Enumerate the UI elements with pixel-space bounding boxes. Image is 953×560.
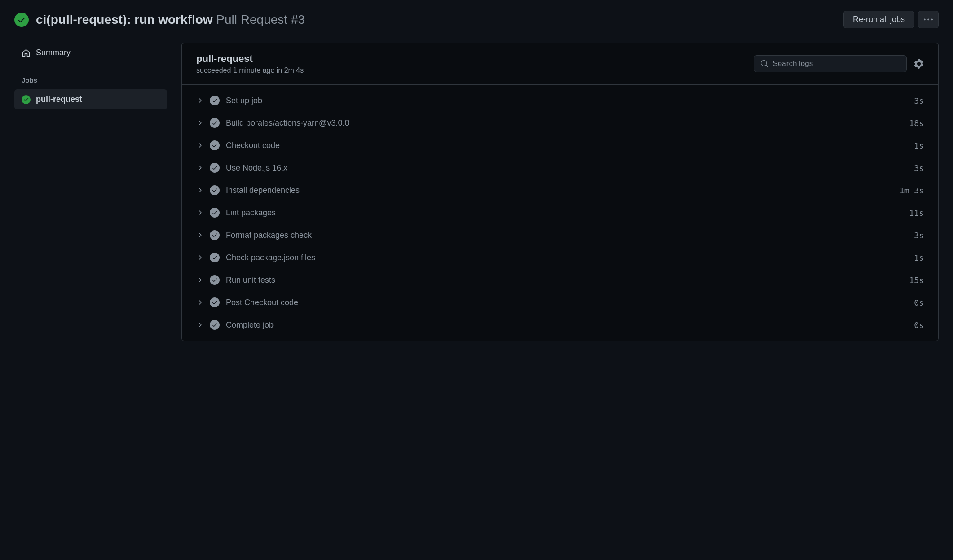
step-row[interactable]: Check package.json files1s bbox=[182, 246, 938, 269]
step-row[interactable]: Format packages check3s bbox=[182, 224, 938, 246]
job-status-line: succeeded 1 minute ago in 2m 4s bbox=[196, 66, 304, 74]
step-name: Lint packages bbox=[226, 208, 903, 218]
gear-icon bbox=[914, 59, 924, 69]
step-duration: 1m 3s bbox=[900, 186, 924, 195]
step-status-icon bbox=[210, 118, 220, 128]
step-name: Install dependencies bbox=[226, 186, 893, 195]
step-row[interactable]: Complete job0s bbox=[182, 314, 938, 336]
log-settings-button[interactable] bbox=[914, 59, 924, 69]
step-status-icon bbox=[210, 320, 220, 330]
step-duration: 3s bbox=[914, 96, 924, 105]
job-name: pull-request bbox=[196, 53, 304, 65]
step-name: Complete job bbox=[226, 320, 908, 330]
search-icon bbox=[761, 60, 768, 68]
home-icon bbox=[22, 48, 31, 57]
rerun-all-jobs-button[interactable]: Re-run all jobs bbox=[843, 11, 914, 28]
job-panel-header: pull-request succeeded 1 minute ago in 2… bbox=[182, 43, 938, 85]
chevron-right-icon bbox=[196, 209, 203, 216]
step-duration: 0s bbox=[914, 320, 924, 330]
chevron-right-icon bbox=[196, 254, 203, 261]
page-title: ci(pull-request): run workflow Pull Requ… bbox=[36, 13, 305, 27]
step-name: Post Checkout code bbox=[226, 298, 908, 307]
job-panel: pull-request succeeded 1 minute ago in 2… bbox=[181, 43, 939, 341]
step-status-icon bbox=[210, 298, 220, 307]
kebab-icon bbox=[924, 15, 933, 24]
step-status-icon bbox=[210, 275, 220, 285]
chevron-right-icon bbox=[196, 97, 203, 104]
more-options-button[interactable] bbox=[918, 11, 939, 28]
chevron-right-icon bbox=[196, 232, 203, 239]
step-row[interactable]: Set up job3s bbox=[182, 89, 938, 112]
search-logs-box[interactable] bbox=[754, 55, 907, 72]
step-status-icon bbox=[210, 208, 220, 218]
step-duration: 1s bbox=[914, 253, 924, 262]
step-name: Set up job bbox=[226, 96, 908, 105]
step-row[interactable]: Run unit tests15s bbox=[182, 269, 938, 291]
step-status-icon bbox=[210, 163, 220, 173]
step-status-icon bbox=[210, 140, 220, 150]
chevron-right-icon bbox=[196, 119, 203, 127]
chevron-right-icon bbox=[196, 164, 203, 171]
step-name: Check package.json files bbox=[226, 253, 908, 262]
page-header: ci(pull-request): run workflow Pull Requ… bbox=[14, 11, 939, 28]
step-duration: 15s bbox=[909, 276, 924, 285]
step-duration: 0s bbox=[914, 298, 924, 307]
workflow-title: ci(pull-request): run workflow bbox=[36, 13, 213, 26]
step-row[interactable]: Use Node.js 16.x3s bbox=[182, 157, 938, 179]
step-status-icon bbox=[210, 230, 220, 240]
search-logs-input[interactable] bbox=[772, 59, 900, 68]
chevron-right-icon bbox=[196, 299, 203, 306]
step-name: Format packages check bbox=[226, 231, 908, 240]
step-status-icon bbox=[210, 185, 220, 195]
step-status-icon bbox=[210, 96, 220, 105]
sidebar-item-summary[interactable]: Summary bbox=[14, 43, 167, 63]
sidebar-item-job[interactable]: pull-request bbox=[14, 89, 167, 109]
step-duration: 1s bbox=[914, 141, 924, 150]
step-row[interactable]: Checkout code1s bbox=[182, 134, 938, 157]
step-duration: 11s bbox=[909, 208, 924, 218]
step-duration: 3s bbox=[914, 231, 924, 240]
step-status-icon bbox=[210, 253, 220, 262]
chevron-right-icon bbox=[196, 187, 203, 194]
step-name: Use Node.js 16.x bbox=[226, 163, 908, 173]
workflow-status-icon bbox=[14, 13, 29, 27]
step-name: Checkout code bbox=[226, 141, 908, 150]
workflow-run-name: Pull Request #3 bbox=[216, 13, 305, 26]
sidebar: Summary Jobs pull-request bbox=[14, 43, 167, 341]
chevron-right-icon bbox=[196, 142, 203, 149]
chevron-right-icon bbox=[196, 276, 203, 284]
sidebar-item-label: Summary bbox=[36, 48, 71, 57]
steps-list: Set up job3sBuild borales/actions-yarn@v… bbox=[182, 85, 938, 341]
sidebar-jobs-heading: Jobs bbox=[14, 63, 167, 89]
step-row[interactable]: Lint packages11s bbox=[182, 201, 938, 224]
step-duration: 3s bbox=[914, 163, 924, 173]
sidebar-job-label: pull-request bbox=[36, 95, 82, 104]
step-duration: 18s bbox=[909, 118, 924, 128]
step-name: Build borales/actions-yarn@v3.0.0 bbox=[226, 118, 903, 128]
step-row[interactable]: Install dependencies1m 3s bbox=[182, 179, 938, 201]
step-row[interactable]: Post Checkout code0s bbox=[182, 291, 938, 314]
job-status-icon bbox=[22, 95, 31, 104]
step-row[interactable]: Build borales/actions-yarn@v3.0.018s bbox=[182, 112, 938, 134]
step-name: Run unit tests bbox=[226, 276, 903, 285]
chevron-right-icon bbox=[196, 321, 203, 328]
